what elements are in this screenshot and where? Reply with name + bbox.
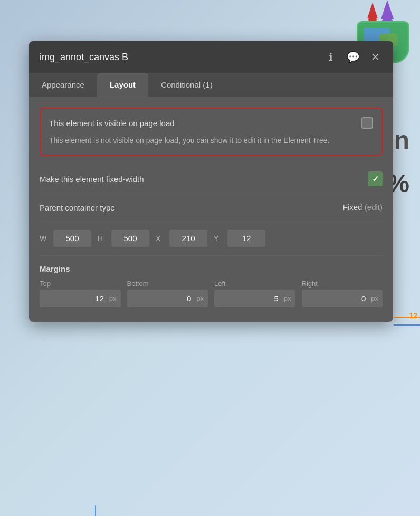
fixed-width-row: Make this element fixed-width ✓ [40,164,383,194]
comment-icon[interactable]: 💬 [346,50,360,64]
margin-top-label: Top [40,280,121,288]
margin-right-unit: px [371,294,383,302]
info-icon[interactable]: ℹ [323,50,338,64]
close-icon[interactable]: ✕ [368,50,383,64]
height-input[interactable] [111,230,149,247]
bottom-vertical-line [95,505,96,516]
margin-top-unit: px [109,294,121,302]
margin-top-col: Top px [40,280,121,307]
panel-title: img_annot_canvas B [40,52,128,63]
margin-top-input[interactable] [40,290,109,307]
panel-header: img_annot_canvas B ℹ 💬 ✕ [29,41,393,73]
tab-conditional[interactable]: Conditional (1) [148,73,225,97]
margin-top-input-row: px [40,290,121,307]
tab-appearance[interactable]: Appearance [29,73,97,97]
right-indicator: 12 [388,311,420,327]
margins-title: Margins [40,264,383,273]
margin-right-input[interactable] [302,290,371,307]
width-label: W [40,234,47,243]
dimensions-row: W H X Y [40,221,383,256]
parent-container-type: Fixed [343,203,362,212]
fixed-width-checkbox[interactable]: ✓ [368,171,383,186]
element-settings-panel: img_annot_canvas B ℹ 💬 ✕ Appearance Layo… [29,41,393,322]
right-indicator-number: 12 [409,311,417,320]
margin-left-unit: px [284,294,295,302]
margin-right-label: Right [302,280,383,288]
visibility-label: This element is visible on page load [49,119,175,128]
map-pin-2-icon [381,0,394,19]
map-pin-1-icon [367,3,378,18]
right-indicator-line-blue [394,324,420,326]
parent-container-row: Parent container type Fixed (edit) [40,194,383,221]
margin-left-input-row: px [214,290,295,307]
panel-content: This element is visible on page load Thi… [29,97,393,322]
x-input[interactable] [169,230,207,247]
tab-layout[interactable]: Layout [97,73,148,97]
parent-container-value: Fixed (edit) [343,203,383,212]
parent-container-edit-link[interactable]: (edit) [365,203,383,212]
margin-bottom-label: Bottom [127,280,208,288]
margins-section: Margins Top px Bottom px [40,256,383,307]
width-input[interactable] [53,230,91,247]
fixed-width-label: Make this element fixed-width [40,175,144,184]
parent-container-label: Parent container type [40,203,115,212]
margin-left-input[interactable] [214,290,284,307]
x-label: X [156,234,163,243]
tabs-row: Appearance Layout Conditional (1) [29,73,393,97]
visibility-box: This element is visible on page load Thi… [40,108,383,156]
visibility-checkbox[interactable] [361,117,373,129]
margin-right-input-row: px [302,290,383,307]
margin-left-col: Left px [214,280,295,307]
margin-bottom-input-row: px [127,290,208,307]
margins-labels-row: Top px Bottom px Left [40,280,383,307]
y-input[interactable] [227,230,265,247]
margin-bottom-input[interactable] [127,290,197,307]
visibility-row: This element is visible on page load [49,117,373,129]
y-label: Y [214,234,221,243]
margin-bottom-col: Bottom px [127,280,208,307]
right-indicator-line-orange [394,317,420,318]
height-label: H [98,234,105,243]
margin-left-label: Left [214,280,295,288]
margin-right-col: Right px [302,280,383,307]
visibility-note: This element is not visible on page load… [49,135,373,146]
panel-header-icons: ℹ 💬 ✕ [323,50,383,64]
margin-bottom-unit: px [196,294,208,302]
